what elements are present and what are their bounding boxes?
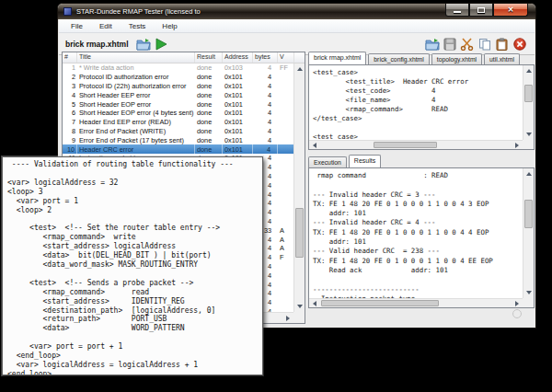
save-button[interactable]	[442, 37, 457, 52]
copy-button[interactable]	[477, 37, 492, 52]
tab-brick-rmap-xhtml[interactable]: brick rmap.xhtml	[308, 52, 366, 64]
triangle-left-icon	[313, 301, 316, 306]
close-button[interactable]: ✕	[493, 4, 528, 17]
cell-address: 0x101	[223, 99, 253, 109]
cell-address: 0x101	[223, 82, 253, 91]
open-folder-icon	[425, 38, 440, 51]
scroll-up-button[interactable]	[523, 65, 535, 76]
editor-vscroll-thumb[interactable]	[524, 85, 533, 102]
table-row[interactable]: 8Error End of Packet (WRITE)done0x1014	[63, 127, 305, 136]
tab-brick-config-xhtml[interactable]: brick_config.xhtml	[368, 53, 429, 64]
cell-v	[278, 99, 294, 109]
run-tests-button[interactable]	[154, 37, 169, 52]
scroll-up-button[interactable]	[523, 168, 535, 179]
menu-item-file[interactable]: File	[63, 21, 91, 31]
cell-bytes: 4	[253, 90, 278, 99]
scroll-down-button[interactable]	[523, 129, 535, 140]
cell-v: FF	[278, 63, 294, 73]
output-hscroll-thumb[interactable]	[321, 300, 439, 306]
triangle-right-icon	[515, 301, 519, 306]
cell-num: 8	[63, 127, 77, 136]
scroll-right-button[interactable]	[512, 299, 523, 308]
column-header-num[interactable]: #	[63, 52, 77, 63]
cell-result: done	[195, 90, 223, 99]
resize-grip[interactable]	[512, 309, 522, 318]
column-header-v[interactable]: V	[278, 52, 294, 63]
table-row[interactable]: 9Error End of Packet (17 bytes sent)done…	[63, 135, 305, 144]
play-icon	[155, 38, 167, 51]
cell-v	[278, 262, 294, 271]
scroll-up-button[interactable]	[294, 63, 305, 75]
xml-editor-panel[interactable]: <test_case> <test_title> Header CRC erro…	[308, 64, 535, 150]
results-panel[interactable]: rmap command : READ --- Invalid header C…	[308, 167, 535, 308]
open-file-button[interactable]	[136, 37, 152, 52]
scroll-right-button[interactable]	[282, 313, 293, 324]
table-row[interactable]: 1* Write data actiondone0x1034FF	[63, 63, 305, 73]
app-icon	[63, 7, 72, 16]
cell-v: A	[278, 244, 294, 253]
tab-topology-xhtml[interactable]: topology.xhtml	[431, 53, 482, 64]
menubar: FileEditTestsHelp	[59, 19, 535, 33]
triangle-up-icon	[526, 69, 532, 73]
save-disk-icon	[443, 38, 456, 51]
output-vscrollbar[interactable]	[523, 168, 534, 298]
scroll-down-button[interactable]	[294, 301, 305, 312]
open-button[interactable]	[424, 37, 440, 52]
copy-pages-icon	[478, 38, 491, 51]
table-row[interactable]: 7Header End EEP error (READ)done0x1014	[63, 118, 305, 127]
menu-item-help[interactable]: Help	[154, 21, 185, 31]
column-header-address[interactable]: Address	[223, 52, 253, 63]
cell-title: Error End of Packet (WRITE)	[77, 127, 195, 136]
cell-v	[278, 217, 294, 226]
cut-button[interactable]	[459, 37, 475, 52]
cell-num: 3	[63, 82, 77, 91]
maximize-button[interactable]	[469, 4, 493, 17]
scroll-down-button[interactable]	[523, 287, 535, 298]
table-row[interactable]: 10Header CRC errordone0x1014	[63, 144, 305, 154]
column-header-title[interactable]: Title	[77, 52, 195, 63]
paste-button[interactable]	[494, 37, 510, 52]
table-row[interactable]: 2Protocol ID authorization errordone0x10…	[63, 73, 305, 82]
tab-util-xhtml[interactable]: util.xhtml	[484, 53, 520, 64]
table-row[interactable]: 3Protocol ID (22h) authorization errordo…	[63, 82, 305, 91]
cell-title: Short Header EOP error	[77, 99, 195, 109]
table-row[interactable]: 6Short Header EOP error (4 bytes sent)do…	[63, 109, 305, 118]
table-vscroll-thumb[interactable]	[295, 208, 304, 258]
cell-v	[278, 289, 294, 298]
output-vscroll-thumb[interactable]	[524, 200, 533, 228]
menu-item-tests[interactable]: Tests	[121, 21, 155, 31]
menu-item-edit[interactable]: Edit	[91, 21, 121, 31]
scroll-left-button[interactable]	[309, 141, 320, 150]
cell-num: 5	[63, 99, 77, 109]
scroll-left-button[interactable]	[309, 299, 320, 308]
current-file-label: brick rmap.xhtml	[65, 40, 129, 49]
overlay-script-content: ---- Validation of routing table functio…	[3, 157, 262, 375]
column-header-result[interactable]: Result	[195, 52, 223, 63]
editor-vscrollbar[interactable]	[523, 65, 534, 140]
minimize-button[interactable]	[445, 4, 469, 17]
editor-hscroll-thumb[interactable]	[374, 142, 438, 148]
editor-hscrollbar[interactable]	[309, 140, 523, 149]
stop-button[interactable]	[512, 37, 527, 52]
window-title: STAR-Dundee RMAP Tester (licensed to	[76, 7, 201, 16]
cell-num: 1	[63, 63, 77, 73]
triangle-down-icon	[526, 133, 532, 136]
cell-v	[278, 180, 294, 190]
table-row[interactable]: 5Short Header EOP errordone0x1014	[63, 99, 305, 109]
cell-result: done	[195, 63, 223, 73]
cell-v	[278, 190, 294, 199]
cell-title: Short Header EEP error	[77, 90, 195, 99]
tab-execution[interactable]: Execution	[308, 156, 347, 167]
scroll-right-button[interactable]	[512, 141, 523, 150]
output-hscrollbar[interactable]	[309, 298, 523, 307]
column-header-bytes[interactable]: bytes	[253, 52, 278, 63]
cell-bytes: 4	[253, 73, 278, 82]
table-row[interactable]: 4Short Header EEP errordone0x1014	[63, 90, 305, 99]
scissors-icon	[460, 38, 474, 51]
table-vscrollbar[interactable]	[293, 63, 305, 312]
tab-results[interactable]: Results	[349, 155, 381, 167]
cell-result: done	[195, 118, 223, 127]
cell-bytes: 4	[253, 135, 278, 144]
scrollbar-corner	[523, 298, 534, 307]
triangle-right-icon	[286, 316, 290, 321]
